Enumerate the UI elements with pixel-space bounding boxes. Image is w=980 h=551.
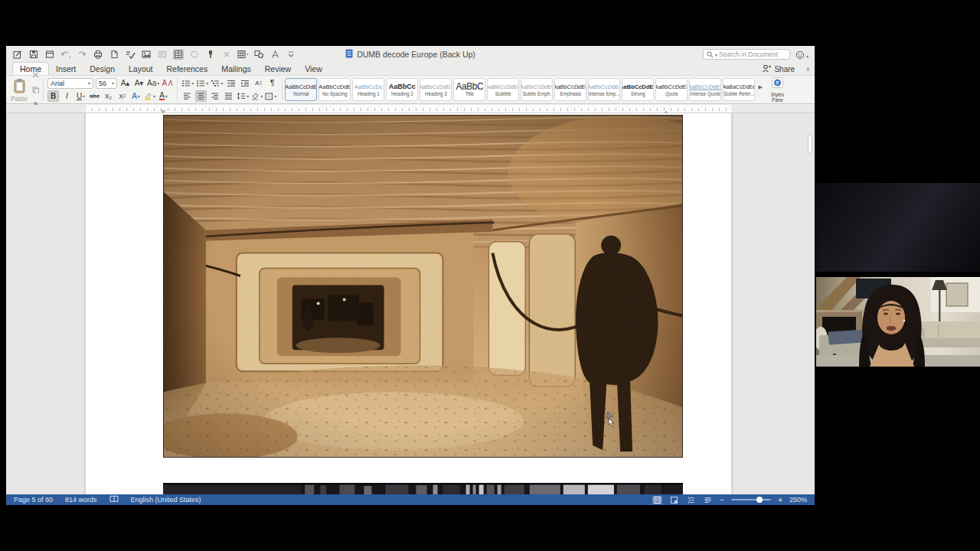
style-sample: AaBbCcDdEe xyxy=(554,83,586,91)
style-title[interactable]: AaBbCTitle xyxy=(453,78,485,101)
change-case-button[interactable]: Aa▾ xyxy=(147,77,159,89)
search-icon xyxy=(707,47,714,61)
line-spacing-button[interactable]: ▾ xyxy=(237,90,249,102)
bullets-button[interactable]: ▾ xyxy=(181,77,194,89)
style-subtle-emph-[interactable]: AaBbCcDdEeSubtle Emph. xyxy=(521,78,553,101)
style-label: Heading 3 xyxy=(425,91,447,96)
tab-design[interactable]: Design xyxy=(83,63,122,75)
style-quote[interactable]: AaBbCcDdEaQuote xyxy=(655,78,688,101)
text-effects-button[interactable]: A▾ xyxy=(130,90,142,102)
style-no-spacing[interactable]: AaBbCcDdENo Spacing xyxy=(318,78,351,101)
style-subtle-refer-[interactable]: AaBaCcDdEeSubtle Refer... xyxy=(723,78,755,101)
collapse-ribbon-icon[interactable]: ∧ xyxy=(805,66,810,73)
more-styles-button[interactable]: ▶ xyxy=(756,76,764,99)
spellcheck-book-icon[interactable] xyxy=(109,495,119,504)
superscript-button[interactable]: X² xyxy=(116,90,128,102)
word-count[interactable]: 814 words xyxy=(65,496,97,504)
tab-references[interactable]: References xyxy=(160,63,215,75)
search-caret-icon[interactable]: ▾ xyxy=(715,52,717,57)
style-heading-3[interactable]: AaBbCcDdEeHeading 3 xyxy=(420,78,452,101)
zoom-level[interactable]: 250% xyxy=(789,496,807,504)
subscript-button[interactable]: X₂ xyxy=(103,90,114,102)
style-sample: AaBbCcDdE xyxy=(318,83,351,91)
second-photo-cropped[interactable] xyxy=(163,483,683,494)
style-heading-1[interactable]: AaBbCcDcHeading 1 xyxy=(352,78,384,101)
page-indicator[interactable]: Page 5 of 60 xyxy=(14,496,53,504)
outline-view-icon[interactable] xyxy=(686,496,696,504)
tab-review[interactable]: Review xyxy=(258,63,298,75)
italic-button[interactable]: I xyxy=(61,90,73,102)
font-size-select[interactable]: 56▾ xyxy=(96,78,117,89)
indent-marker-left[interactable] xyxy=(160,106,165,112)
search-box[interactable]: ▾ xyxy=(703,49,790,60)
clear-formatting-button[interactable]: A xyxy=(162,77,173,89)
language-indicator[interactable]: English (United States) xyxy=(131,496,201,504)
numbering-button[interactable]: ▾ xyxy=(196,77,208,89)
word-window: DUMB decode Europe (Back Up) ▾ ▾ HomeIns… xyxy=(6,46,815,505)
align-left-button[interactable] xyxy=(181,90,193,102)
align-center-button[interactable] xyxy=(195,90,207,102)
style-sample: AaBbCcDdEe xyxy=(622,83,654,91)
style-subtitle[interactable]: AaBbCcDdEeSubtitle xyxy=(487,78,519,101)
feedback-control[interactable]: ▾ xyxy=(795,49,808,63)
zoom-slider[interactable] xyxy=(731,499,771,500)
style-label: Heading 1 xyxy=(358,91,380,96)
highlight-button[interactable]: ▾ xyxy=(144,90,155,102)
style-label: Subtle Refer... xyxy=(724,91,754,96)
show-paragraph-marks-button[interactable]: ¶ xyxy=(266,77,278,89)
style-normal[interactable]: AaBbCcDdENormal xyxy=(285,78,317,101)
ruler xyxy=(6,105,815,113)
style-label: No Spacing xyxy=(322,91,348,96)
scrollbar-thumb[interactable] xyxy=(808,135,812,153)
zoom-out-button[interactable]: − xyxy=(720,496,724,504)
increase-indent-button[interactable] xyxy=(239,77,250,89)
word-doc-icon xyxy=(345,49,353,60)
tab-insert[interactable]: Insert xyxy=(49,63,83,75)
smiley-caret-icon: ▾ xyxy=(806,54,808,59)
web-layout-view-icon[interactable] xyxy=(669,496,679,504)
align-right-button[interactable] xyxy=(209,90,220,102)
draft-view-icon[interactable] xyxy=(703,496,713,504)
borders-button[interactable]: ▾ xyxy=(265,90,276,102)
sort-button[interactable]: A↕ xyxy=(253,77,264,89)
tab-mailings[interactable]: Mailings xyxy=(214,63,258,75)
style-intense-emp-[interactable]: AaBbCcDdEeIntense Emp... xyxy=(588,78,620,101)
bold-button[interactable]: B xyxy=(47,90,59,102)
vertical-scrollbar[interactable] xyxy=(807,113,813,494)
zoom-slider-knob[interactable] xyxy=(756,497,763,503)
style-sample: AaBbCcDdEe xyxy=(487,83,519,91)
style-label: Quote xyxy=(665,91,678,96)
indent-marker-right[interactable] xyxy=(663,106,668,112)
font-color-button[interactable]: A▾ xyxy=(158,90,169,102)
tab-view[interactable]: View xyxy=(298,63,329,75)
paste-button[interactable] xyxy=(9,77,29,95)
styles-pane-button[interactable]: Styles Pane xyxy=(764,76,790,103)
justify-button[interactable] xyxy=(223,90,234,102)
style-sample: AaBbC xyxy=(456,83,484,91)
cut-icon[interactable] xyxy=(32,67,39,81)
search-input[interactable] xyxy=(719,51,785,58)
shrink-font-button[interactable]: A▾ xyxy=(133,77,145,89)
style-emphasis[interactable]: AaBbCcDdEeEmphasis xyxy=(554,78,586,101)
font-name-select[interactable]: Arial▾ xyxy=(47,78,93,89)
print-layout-view-icon[interactable] xyxy=(652,496,662,504)
style-intense-quote[interactable]: AaBbCcDdEaIntense Quote xyxy=(689,78,721,101)
webcam-feed xyxy=(816,277,980,367)
shading-button[interactable]: ▾ xyxy=(251,90,263,102)
style-heading-2[interactable]: AaBbCcHeading 2 xyxy=(386,78,418,101)
style-label: Heading 2 xyxy=(391,91,413,96)
grow-font-button[interactable]: A▴ xyxy=(119,77,131,89)
multilevel-list-button[interactable]: ▾ xyxy=(211,77,223,89)
style-label: Subtitle xyxy=(495,91,511,96)
move-cursor xyxy=(602,412,616,427)
strikethrough-button[interactable]: abc xyxy=(89,90,100,102)
decrease-indent-button[interactable] xyxy=(225,77,237,89)
copy-icon[interactable] xyxy=(32,83,39,96)
underline-button[interactable]: U▾ xyxy=(75,90,87,102)
tunnel-photo[interactable] xyxy=(163,115,683,458)
style-strong[interactable]: AaBbCcDdEeStrong xyxy=(622,78,654,101)
tab-layout[interactable]: Layout xyxy=(122,63,160,75)
zoom-in-button[interactable]: + xyxy=(778,496,782,504)
tab-home[interactable]: Home xyxy=(12,62,49,75)
share-button[interactable]: Share xyxy=(774,65,795,73)
